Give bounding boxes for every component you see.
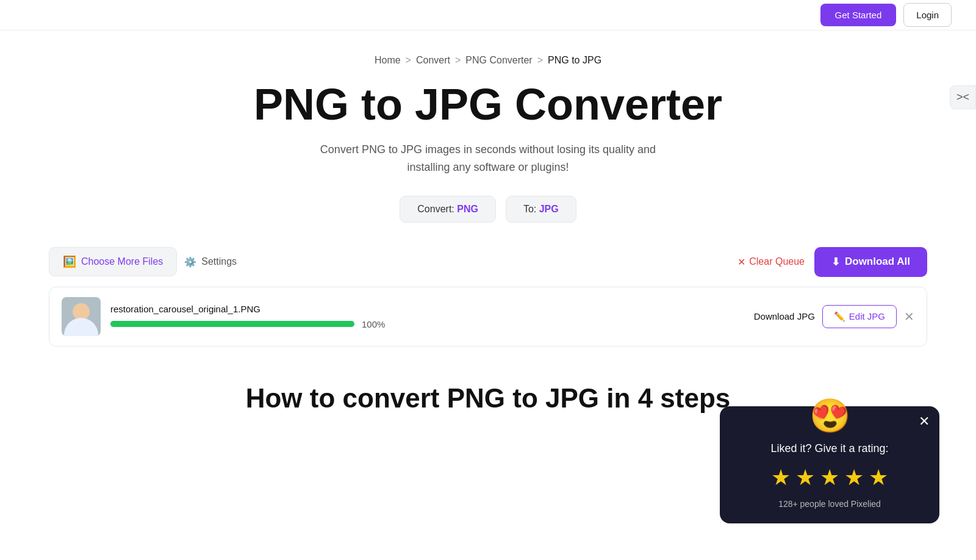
collapse-icon: ><: [956, 91, 969, 103]
download-icon: ⬇: [831, 256, 840, 268]
choose-more-files-button[interactable]: 🖼️ Choose More Files: [49, 247, 177, 276]
breadcrumb-active: PNG to JPG: [548, 55, 601, 66]
login-button[interactable]: Login: [903, 3, 952, 27]
download-all-button[interactable]: ⬇ Download All: [814, 247, 927, 277]
convert-from-badge[interactable]: Convert: PNG: [400, 196, 496, 223]
page-title: PNG to JPG Converter: [12, 81, 964, 129]
settings-label: Settings: [201, 256, 237, 267]
breadcrumb-png-converter[interactable]: PNG Converter: [465, 55, 532, 66]
table-row: restoration_carousel_original_1.PNG 100%…: [62, 297, 914, 336]
clear-queue-button[interactable]: ✕ Clear Queue: [737, 256, 805, 268]
edit-icon: ✏️: [834, 311, 845, 322]
rating-emoji: 😍: [742, 397, 917, 414]
edit-jpg-button[interactable]: ✏️ Edit JPG: [822, 305, 897, 328]
choose-files-icon: 🖼️: [63, 255, 76, 268]
to-format: JPG: [539, 204, 559, 214]
file-thumbnail: [62, 297, 101, 336]
toolbar: 🖼️ Choose More Files ⚙️ Settings ✕ Clear…: [0, 247, 976, 277]
file-actions: Download JPG ✏️ Edit JPG ✕: [754, 305, 914, 328]
breadcrumb-sep-1: >: [406, 55, 411, 66]
clear-queue-label: Clear Queue: [749, 256, 805, 267]
progress-bar-bg: [110, 321, 354, 327]
toolbar-left: 🖼️ Choose More Files ⚙️ Settings: [49, 247, 237, 276]
breadcrumb-sep-2: >: [455, 55, 461, 66]
header: Get Started Login: [0, 0, 976, 31]
hero-section: PNG to JPG Converter Convert PNG to JPG …: [0, 66, 976, 176]
edit-jpg-label: Edit JPG: [849, 311, 885, 321]
progress-percent: 100%: [362, 319, 385, 329]
breadcrumb: Home > Convert > PNG Converter > PNG to …: [0, 55, 976, 66]
get-started-button[interactable]: Get Started: [820, 4, 897, 26]
progress-bar-container: 100%: [110, 319, 744, 329]
download-jpg-button[interactable]: Download JPG: [754, 311, 815, 321]
clear-queue-icon: ✕: [737, 256, 745, 268]
breadcrumb-home[interactable]: Home: [375, 55, 401, 66]
toolbar-right: ✕ Clear Queue ⬇ Download All: [737, 247, 927, 277]
choose-files-label: Choose More Files: [81, 256, 163, 267]
file-name: restoration_carousel_original_1.PNG: [110, 304, 744, 314]
settings-icon: ⚙️: [184, 256, 196, 268]
convert-badges: Convert: PNG To: JPG: [0, 196, 976, 223]
progress-bar-fill: [110, 321, 354, 327]
to-label: To:: [523, 204, 539, 214]
convert-label: Convert:: [417, 204, 457, 214]
breadcrumb-sep-3: >: [537, 55, 543, 66]
file-list: restoration_carousel_original_1.PNG 100%…: [49, 287, 927, 346]
file-info: restoration_carousel_original_1.PNG 100%: [110, 304, 744, 329]
breadcrumb-convert[interactable]: Convert: [416, 55, 450, 66]
collapse-button[interactable]: ><: [950, 85, 976, 109]
settings-button[interactable]: ⚙️ Settings: [184, 256, 237, 268]
convert-format: PNG: [457, 204, 478, 214]
download-all-label: Download All: [845, 256, 910, 268]
convert-to-badge[interactable]: To: JPG: [506, 196, 576, 223]
rating-popup: ✕ 😍 Liked it? Give it a rating: ★ ★ ★ ★ …: [720, 406, 939, 414]
remove-file-button[interactable]: ✕: [904, 311, 914, 323]
hero-description: Convert PNG to JPG images in seconds wit…: [299, 141, 677, 176]
